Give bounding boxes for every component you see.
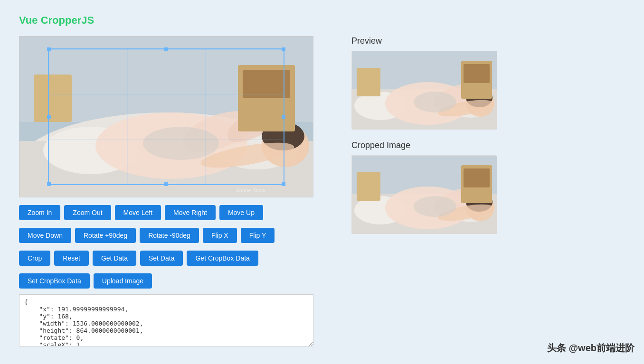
handle-bl[interactable] — [47, 182, 51, 186]
preview-image — [351, 51, 496, 129]
watermark: Adobe Stock — [236, 187, 265, 193]
cropped-image — [351, 155, 496, 233]
svg-point-38 — [414, 196, 456, 217]
move-down-button[interactable]: Move Down — [19, 228, 71, 243]
cropper-container: Adobe Stock — [19, 36, 313, 197]
reset-button[interactable]: Reset — [54, 251, 89, 266]
svg-rect-41 — [357, 172, 380, 201]
handle-br[interactable] — [282, 182, 285, 186]
handle-ml[interactable] — [47, 115, 51, 119]
buttons-row-3: Crop Reset Get Data Set Data Get CropBox… — [19, 251, 323, 266]
zoom-in-button[interactable]: Zoom In — [19, 205, 60, 220]
move-left-button[interactable]: Move Left — [115, 205, 161, 220]
svg-rect-28 — [357, 68, 380, 96]
svg-rect-40 — [464, 168, 490, 187]
flip-y-button[interactable]: Flip Y — [241, 228, 275, 243]
right-panel: Preview Cropped Image — [351, 36, 499, 233]
rotate-plus-button[interactable]: Rotate +90deg — [75, 228, 136, 243]
footer-watermark: 头条 @web前端进阶 — [547, 342, 635, 355]
handle-tm[interactable] — [164, 47, 168, 51]
rotate-minus-button[interactable]: Rotate -90deg — [140, 228, 199, 243]
preview-label: Preview — [351, 36, 499, 46]
zoom-out-button[interactable]: Zoom Out — [64, 205, 111, 220]
handle-mr[interactable] — [282, 115, 285, 119]
buttons-row-1: Zoom In Zoom Out Move Left Move Right Mo… — [19, 205, 323, 220]
get-data-button[interactable]: Get Data — [93, 251, 136, 266]
svg-point-25 — [414, 92, 456, 112]
buttons-row-4: Set CropBox Data Upload Image — [19, 273, 323, 289]
handle-tr[interactable] — [282, 47, 285, 51]
handle-tl[interactable] — [47, 47, 51, 51]
crop-button[interactable]: Crop — [19, 251, 50, 266]
buttons-row-2: Move Down Rotate +90deg Rotate -90deg Fl… — [19, 228, 323, 243]
page-title: Vue CropperJS — [19, 14, 625, 27]
main-image: Adobe Stock — [19, 37, 313, 197]
flip-x-button[interactable]: Flip X — [203, 228, 237, 243]
left-panel: Adobe Stock Zoom In Zoom Out Move Left M… — [19, 36, 323, 348]
set-cropbox-data-button[interactable]: Set CropBox Data — [19, 273, 90, 289]
get-cropbox-data-button[interactable]: Get CropBox Data — [187, 251, 258, 266]
set-data-button[interactable]: Set Data — [140, 251, 183, 266]
upload-image-button[interactable]: Upload Image — [94, 273, 152, 289]
move-up-button[interactable]: Move Up — [219, 205, 263, 220]
move-right-button[interactable]: Move Right — [165, 205, 216, 220]
data-textarea[interactable]: { "x": 191.99999999999994, "y": 168, "wi… — [19, 294, 313, 346]
cropped-label: Cropped Image — [351, 140, 499, 150]
main-layout: Adobe Stock Zoom In Zoom Out Move Left M… — [19, 36, 625, 348]
handle-bm[interactable] — [164, 182, 168, 186]
crop-overlay — [48, 48, 284, 185]
svg-rect-27 — [464, 64, 490, 83]
